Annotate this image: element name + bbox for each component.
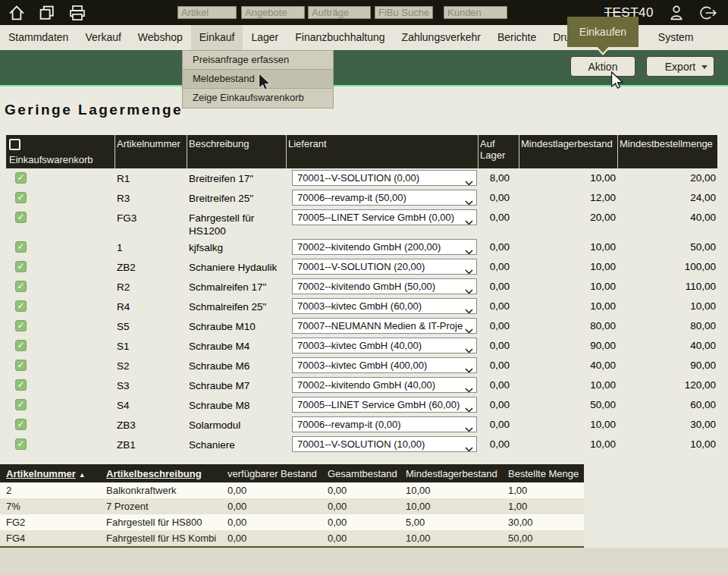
lieferant-select[interactable]: 70001--V-SOLUTION (10,00) (292, 436, 477, 452)
beschreibung-cell: Schmalreifen 25" (187, 297, 287, 316)
menu-item-verkauf[interactable]: Verkauf (77, 25, 129, 50)
lieferant-select[interactable]: 70001--V-SOLUTION (0,00) (292, 170, 477, 186)
lieferant-select[interactable]: 70007--NEUMANN Medien & IT-Proje (292, 318, 477, 334)
lieferant-select[interactable]: 70003--kivtec GmbH (60,00) (292, 298, 477, 314)
verfuegbarer_bestand-cell: 0,00 (228, 530, 328, 546)
lieferant-select[interactable]: 70002--kivitendo GmbH (40,00) (292, 377, 477, 393)
menu-item-system[interactable]: System (650, 25, 702, 50)
row-checkbox[interactable]: ✓ (15, 241, 27, 253)
auf-lager-cell: 0,00 (479, 375, 519, 395)
table-row: ✓S5Schraube M1070007--NEUMANN Medien & I… (6, 316, 717, 336)
row-checkbox[interactable]: ✓ (15, 172, 27, 184)
column-header-artikelbeschreibung-sort[interactable]: Artikelbeschreibung (106, 468, 228, 479)
menu-item-stammdaten[interactable]: Stammdaten (0, 25, 77, 50)
menu-item-zahlungsverkehr[interactable]: Zahlungsverkehr (394, 25, 489, 50)
user-icon[interactable] (667, 4, 686, 22)
lieferant-select[interactable]: 70006--revamp-it (0,00) (292, 416, 477, 432)
row-checkbox[interactable]: ✓ (15, 192, 27, 203)
row-checkbox[interactable]: ✓ (15, 419, 27, 430)
lieferant-select[interactable]: 70002--kivitendo GmbH (200,00) (292, 239, 477, 255)
row-checkbox[interactable]: ✓ (15, 340, 27, 351)
column-header-artikelnummer-sort[interactable]: Artikelnummer▲ (0, 468, 106, 479)
fibu-search-input[interactable] (375, 6, 433, 19)
auftraege-search-input[interactable] (308, 6, 371, 19)
menu-item-lager[interactable]: Lager (243, 25, 287, 50)
home-icon[interactable] (8, 4, 26, 22)
lieferant-select[interactable]: 70005--LINET Service GmbH (0,00) (292, 209, 477, 225)
artikelnummer-cell: 1 (115, 237, 187, 257)
auf-lager-cell: 0,00 (479, 188, 519, 208)
lieferant-select[interactable]: 70003--kivtec GmbH (40,00) (292, 338, 477, 353)
lieferant-select-value: 70001--V-SOLUTION (20,00) (297, 261, 425, 272)
lieferant-select-value: 70001--V-SOLUTION (0,00) (297, 172, 419, 184)
sort-ascending-icon: ▲ (79, 471, 86, 479)
mindestbestellmenge-cell: 10,00 (618, 297, 717, 316)
lieferant-cell: 70001--V-SOLUTION (10,00) (287, 435, 479, 454)
mindestlagerbestand-cell: 10,00 (406, 482, 508, 498)
lieferant-select[interactable]: 70002--kivitendo GmbH (50,00) (292, 278, 477, 294)
row-checkbox[interactable]: ✓ (15, 399, 27, 410)
row-checkbox[interactable]: ✓ (15, 438, 27, 450)
table-row: ✓ZB2Schaniere Hydaulik70001--V-SOLUTION … (6, 257, 717, 277)
lieferant-select-value: 70003--kivtec GmbH (60,00) (297, 300, 422, 312)
low-stock-table-header: Einkaufswarenkorb Artikelnummer Beschrei… (6, 135, 717, 168)
menu-item-webshop[interactable]: Webshop (130, 25, 191, 50)
artikelnummer-cell: R4 (115, 297, 187, 316)
row-checkbox[interactable]: ✓ (15, 379, 27, 391)
select-all-checkbox[interactable] (9, 139, 20, 150)
mindestlagerbestand-cell: 10,00 (519, 297, 618, 316)
cart-cell: ✓ (6, 415, 115, 435)
table-row: 2Balkonkraftwerk0,000,0010,001,00 (0, 482, 584, 498)
lieferant-cell: 70003--kivtec GmbH (60,00) (287, 297, 479, 316)
dropdown-item-zeige-einkaufswarenkorb[interactable]: Zeige Einkaufswarenkorb (183, 89, 333, 108)
mindestbestellmenge-cell: 10,00 (618, 435, 717, 454)
chevron-down-icon (465, 303, 473, 314)
table-row: ✓R1Breitreifen 17"70001--V-SOLUTION (0,0… (6, 168, 717, 188)
row-checkbox[interactable]: ✓ (15, 320, 27, 331)
lieferant-cell: 70005--LINET Service GmbH (0,00) (287, 208, 479, 237)
menu-item-einkauf[interactable]: Einkauf (191, 25, 243, 50)
row-checkbox[interactable]: ✓ (15, 360, 27, 371)
menu-item-finanzbuchhaltung[interactable]: Finanzbuchhaltung (287, 25, 393, 50)
artikel-search-input[interactable] (177, 6, 237, 19)
row-checkbox[interactable]: ✓ (15, 261, 27, 272)
table-row: 7%7 Prozent0,000,0010,001,00 (0, 498, 584, 514)
cart-cell: ✓ (6, 375, 115, 395)
cart-cell: ✓ (6, 188, 115, 208)
lieferant-select[interactable]: 70005--LINET Service GmbH (60,00) (292, 397, 477, 413)
copy-icon[interactable] (38, 4, 56, 22)
row-checkbox[interactable]: ✓ (15, 281, 27, 292)
kunden-search-input[interactable] (444, 6, 507, 19)
lieferant-select[interactable]: 70001--V-SOLUTION (20,00) (292, 259, 477, 275)
row-checkbox[interactable]: ✓ (15, 300, 27, 312)
cart-cell: ✓ (6, 395, 115, 415)
lieferant-select-value: 70003--kivtec GmbH (40,00) (297, 340, 422, 351)
artikelbeschreibung-cell: Balkonkraftwerk (106, 482, 228, 498)
beschreibung-cell: Schraube M6 (187, 356, 287, 375)
accent-line (0, 85, 728, 86)
chevron-down-icon (465, 382, 473, 393)
table-row: ✓ZB3Solarmodul70006--revamp-it (0,00)0,0… (6, 415, 717, 435)
mindestlagerbestand-cell: 90,00 (519, 336, 618, 356)
lieferant-select[interactable]: 70006--revamp-it (50,00) (292, 190, 477, 206)
lieferant-cell: 70003--kivtec GmbH (40,00) (287, 336, 479, 356)
lieferant-select-value: 70002--kivitendo GmbH (50,00) (297, 281, 435, 292)
mindestbestellmenge-cell: 40,00 (618, 336, 717, 356)
lieferant-select[interactable]: 70003--kivtec GmbH (400,00) (292, 357, 477, 373)
row-checkbox[interactable]: ✓ (15, 212, 27, 223)
print-icon[interactable] (68, 4, 86, 22)
column-header-beschreibung: Beschreibung (187, 135, 287, 168)
bestellte_menge-cell: 1,00 (508, 482, 584, 498)
dropdown-item-meldebestand[interactable]: Meldebestand (183, 70, 333, 89)
export-button[interactable]: Export (646, 56, 714, 77)
aktion-button[interactable]: Aktion (570, 56, 635, 77)
logout-icon[interactable] (699, 4, 717, 22)
lieferant-cell: 70001--V-SOLUTION (0,00) (287, 168, 479, 188)
angebote-search-input[interactable] (241, 6, 305, 19)
gesamtbestand-cell: 0,00 (328, 530, 406, 546)
mindestbestellmenge-cell: 90,00 (618, 356, 717, 375)
artikelnummer-cell: S1 (115, 336, 187, 356)
dropdown-item-preisanfrage-erfassen[interactable]: Preisanfrage erfassen (183, 51, 333, 70)
cart-cell: ✓ (6, 277, 115, 297)
menu-item-berichte[interactable]: Berichte (489, 25, 544, 50)
